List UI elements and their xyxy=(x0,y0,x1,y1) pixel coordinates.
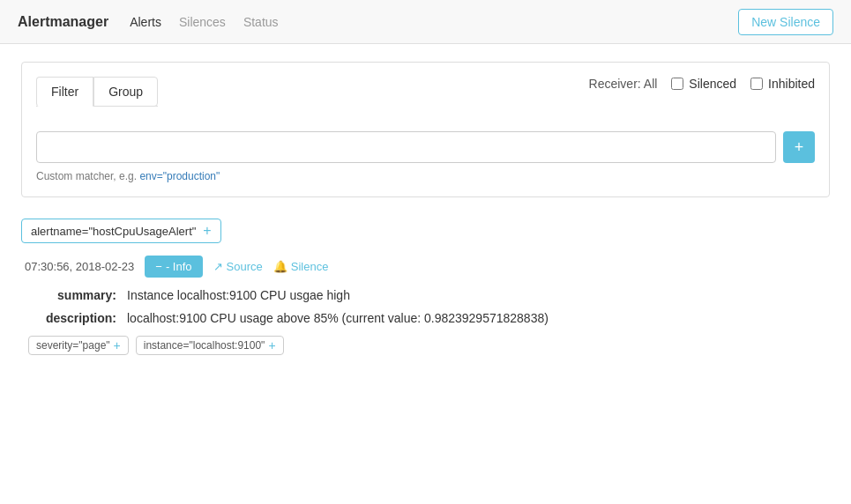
tag-severity-plus-icon[interactable]: + xyxy=(114,339,121,352)
alert-meta-row: 07:30:56, 2018-02-23 − - Info ↗ Source 🔔… xyxy=(25,256,830,278)
silence-button[interactable]: 🔔 Silence xyxy=(273,260,329,273)
filter-card: Filter Group Receiver: All Silenced Inhi… xyxy=(21,62,830,197)
alert-item: 07:30:56, 2018-02-23 − - Info ↗ Source 🔔… xyxy=(21,256,830,355)
alert-group-header: alertname="hostCpuUsageAlert" + xyxy=(21,219,830,243)
hint-example-link[interactable]: env="production" xyxy=(139,170,220,182)
tag-severity-text: severity="page" xyxy=(36,339,110,352)
silence-label: Silence xyxy=(291,260,329,273)
navbar: Alertmanager Alerts Silences Status New … xyxy=(0,0,851,44)
alert-name-badge: alertname="hostCpuUsageAlert" + xyxy=(21,219,221,243)
tag-severity: severity="page" + xyxy=(28,336,129,355)
summary-row: summary: Instance localhost:9100 CPU usg… xyxy=(32,288,830,302)
inhibited-checkbox-group: Inhibited xyxy=(750,77,815,91)
minus-icon: − xyxy=(155,260,162,273)
alert-time: 07:30:56, 2018-02-23 xyxy=(25,260,134,273)
description-key: description: xyxy=(32,311,120,325)
silenced-label: Silenced xyxy=(689,77,736,91)
filter-options: Receiver: All Silenced Inhibited xyxy=(589,77,815,91)
nav-alerts[interactable]: Alerts xyxy=(130,15,161,29)
nav-links: Alerts Silences Status xyxy=(130,15,738,29)
silenced-checkbox-group: Silenced xyxy=(671,77,736,91)
tag-instance: instance="localhost:9100" + xyxy=(136,336,284,355)
alert-badge-plus-icon[interactable]: + xyxy=(203,224,211,238)
source-button[interactable]: ↗ Source xyxy=(213,260,263,273)
info-button[interactable]: − - Info xyxy=(145,256,202,278)
filter-input-row: + xyxy=(36,131,815,163)
new-silence-button[interactable]: New Silence xyxy=(738,9,833,35)
navbar-actions: New Silence xyxy=(738,9,833,35)
alert-tags: severity="page" + instance="localhost:91… xyxy=(25,336,830,355)
receiver-label: Receiver: All xyxy=(589,77,658,91)
bell-slash-icon: 🔔 xyxy=(273,260,287,273)
brand: Alertmanager xyxy=(18,14,108,30)
tag-instance-plus-icon[interactable]: + xyxy=(268,339,275,352)
alert-group: alertname="hostCpuUsageAlert" + 07:30:56… xyxy=(21,219,830,355)
custom-matcher-hint: Custom matcher, e.g. env="production" xyxy=(36,170,815,182)
tabs-and-filters-row: Filter Group Receiver: All Silenced Inhi… xyxy=(36,77,815,121)
main-content: Filter Group Receiver: All Silenced Inhi… xyxy=(0,44,851,387)
filter-input[interactable] xyxy=(36,131,776,163)
alert-name-text: alertname="hostCpuUsageAlert" xyxy=(31,225,196,238)
tab-filter[interactable]: Filter xyxy=(36,77,93,107)
nav-status[interactable]: Status xyxy=(243,15,279,29)
description-value: localhost:9100 CPU usage above 85% (curr… xyxy=(127,311,830,325)
inhibited-checkbox[interactable] xyxy=(750,78,763,90)
info-label: - Info xyxy=(166,260,192,273)
filter-tabs: Filter Group xyxy=(36,77,158,107)
inhibited-label: Inhibited xyxy=(768,77,815,91)
source-label: Source xyxy=(227,260,263,273)
alert-details: summary: Instance localhost:9100 CPU usg… xyxy=(25,288,830,325)
summary-value: Instance localhost:9100 CPU usgae high xyxy=(127,288,830,302)
nav-silences[interactable]: Silences xyxy=(179,15,226,29)
filter-add-button[interactable]: + xyxy=(783,131,815,163)
description-row: description: localhost:9100 CPU usage ab… xyxy=(32,311,830,325)
silenced-checkbox[interactable] xyxy=(671,78,683,90)
summary-key: summary: xyxy=(32,288,120,302)
tab-group[interactable]: Group xyxy=(93,77,158,107)
tag-instance-text: instance="localhost:9100" xyxy=(144,339,265,352)
chart-icon: ↗ xyxy=(213,260,223,273)
